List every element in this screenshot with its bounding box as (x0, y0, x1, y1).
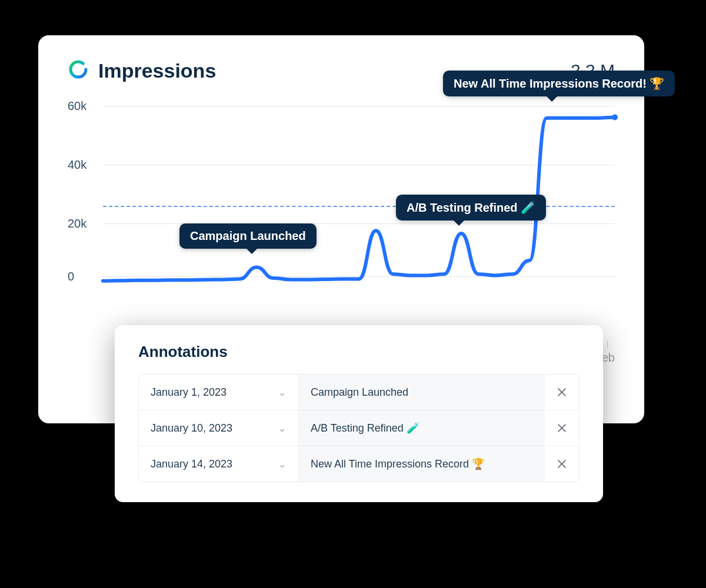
annotation-campaign-launched: Campaign Launched (179, 223, 317, 249)
series-end-dot (612, 114, 618, 120)
annotation-date: January 10, 2023 (151, 422, 232, 435)
annotation-delete-button[interactable] (545, 446, 579, 482)
annotation-label-cell[interactable]: New All Time Impressions Record 🏆 (298, 446, 545, 482)
x-tick-mark (607, 341, 608, 348)
logo-ring-icon (68, 59, 89, 82)
chevron-down-icon: ⌄ (278, 459, 286, 470)
annotation-label: Campaign Launched (311, 386, 408, 399)
annotation-delete-button[interactable] (545, 410, 579, 446)
annotation-label: A/B Testing Refined 🧪 (407, 201, 535, 214)
annotation-row: January 14, 2023 ⌄ New All Time Impressi… (139, 446, 579, 482)
annotation-date-picker[interactable]: January 14, 2023 ⌄ (139, 446, 298, 482)
annotation-label: New All Time Impressions Record 🏆 (311, 457, 485, 470)
annotations-title: Annotations (138, 343, 580, 361)
annotation-label: Campaign Launched (190, 229, 306, 242)
chevron-down-icon: ⌄ (278, 423, 286, 434)
annotation-label-cell[interactable]: Campaign Launched (298, 375, 545, 410)
annotation-row: January 10, 2023 ⌄ A/B Testing Refined 🧪 (139, 410, 579, 446)
annotations-panel: Annotations January 1, 2023 ⌄ Campaign L… (115, 325, 603, 502)
y-tick-20k: 20k (68, 217, 86, 230)
impressions-chart: 60k 40k 20k 0 Campaign Launched (68, 100, 615, 323)
close-icon (557, 387, 567, 397)
annotation-label: A/B Testing Refined 🧪 (311, 422, 419, 435)
chevron-down-icon: ⌄ (278, 387, 286, 398)
y-tick-40k: 40k (68, 158, 86, 172)
annotation-date-picker[interactable]: January 10, 2023 ⌄ (139, 410, 298, 446)
close-icon (557, 459, 567, 469)
annotation-date-picker[interactable]: January 1, 2023 ⌄ (139, 375, 298, 410)
y-tick-60k: 60k (68, 99, 86, 113)
y-tick-0: 0 (68, 270, 74, 283)
annotation-date: January 1, 2023 (151, 386, 227, 399)
annotations-table: January 1, 2023 ⌄ Campaign Launched Janu… (138, 374, 580, 482)
close-icon (557, 423, 567, 433)
svg-point-0 (71, 62, 86, 77)
annotation-delete-button[interactable] (545, 375, 579, 410)
card-title: Impressions (98, 59, 216, 82)
annotation-ab-testing: A/B Testing Refined 🧪 (396, 195, 546, 220)
annotation-date: January 14, 2023 (151, 458, 232, 470)
annotation-record: New All Time Impressions Record! 🏆 (443, 71, 675, 96)
annotation-row: January 1, 2023 ⌄ Campaign Launched (139, 375, 579, 410)
annotation-label: New All Time Impressions Record! 🏆 (454, 77, 664, 90)
annotation-label-cell[interactable]: A/B Testing Refined 🧪 (298, 410, 545, 446)
chart-svg (103, 100, 615, 282)
